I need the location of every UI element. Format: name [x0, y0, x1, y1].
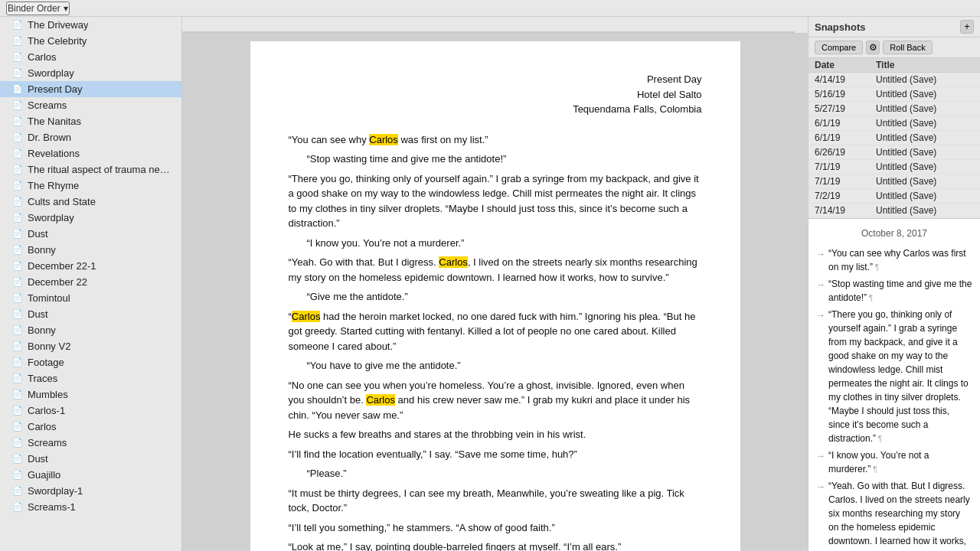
snap-arrow-icon: → [816, 449, 825, 463]
snapshot-title: Untitled (Save) [876, 191, 974, 201]
sidebar-item-label: The Celebrity [28, 35, 87, 47]
sidebar-item-carlos-2[interactable]: 📄Carlos [0, 419, 181, 435]
snapshot-row[interactable]: 7/14/19Untitled (Save) [808, 204, 980, 218]
sidebar-item-bonny-2[interactable]: 📄Bonny [0, 322, 181, 338]
sidebar-item-swordplay-1b[interactable]: 📄Swordplay-1 [0, 483, 181, 499]
sidebar-item-label: Mumbles [28, 389, 68, 400]
highlighted-word: Carlos [439, 256, 468, 268]
sidebar-item-screams-3[interactable]: 📄Screams-1 [0, 499, 181, 515]
doc-icon: 📄 [12, 341, 23, 352]
col-title-label: Title [876, 60, 974, 70]
snapshot-row[interactable]: 7/1/19Untitled (Save) [808, 174, 980, 189]
compare-button[interactable]: Compare [815, 41, 863, 54]
page-text: “You can see why Carlos was first on my … [289, 132, 702, 552]
snapshot-row[interactable]: 6/1/19Untitled (Save) [808, 131, 980, 145]
snapshot-title: Untitled (Save) [876, 205, 974, 216]
sidebar-item-label: December 22-1 [28, 260, 96, 272]
sidebar-item-tomintoul[interactable]: 📄Tomintoul [0, 290, 181, 306]
add-snapshot-button[interactable]: + [960, 20, 974, 34]
snapshot-preview[interactable]: October 8, 2017 →“You can see why Carlos… [808, 219, 980, 551]
sidebar-item-label: Swordplay [28, 67, 74, 79]
snap-preview-lines: →“You can see why Carlos was first on my… [816, 246, 972, 551]
page-paragraph: “I’ll find the location eventually,” I s… [289, 447, 702, 462]
sidebar-item-label: Guajillo [28, 469, 60, 481]
sidebar-item-mumbles[interactable]: 📄Mumbles [0, 386, 181, 403]
sidebar-item-screams-2[interactable]: 📄Screams [0, 435, 181, 451]
snap-table-header: Date Title [808, 58, 980, 73]
sidebar-item-revelations[interactable]: 📄Revelations [0, 145, 181, 161]
sidebar-item-the-ritual[interactable]: 📄The ritual aspect of trauma needs... [0, 161, 181, 178]
sidebar-item-label: Bonny [28, 324, 56, 336]
page-header-line3: Tequendama Falls, Colombia [289, 102, 702, 117]
snap-arrow-icon: → [816, 480, 825, 494]
sidebar-item-label: Swordplay-1 [28, 485, 83, 497]
binder-order-button[interactable]: Binder Order ▾ [6, 2, 70, 15]
doc-icon: 📄 [12, 357, 23, 368]
page-paragraph: “Give me the antidote.” [289, 289, 702, 305]
editor-scroll[interactable]: Present Day Hotel del Salto Tequendama F… [182, 34, 808, 551]
snapshot-row[interactable]: 7/2/19Untitled (Save) [808, 189, 980, 204]
snapshot-row[interactable]: 7/1/19Untitled (Save) [808, 160, 980, 174]
doc-icon: 📄 [12, 486, 23, 497]
snapshots-actions: + [960, 20, 974, 34]
highlighted-word: Carlos [369, 134, 398, 145]
doc-icon: 📄 [12, 325, 23, 336]
snap-arrow-icon: → [816, 308, 825, 322]
doc-icon: 📄 [12, 502, 23, 513]
doc-icon: 📄 [12, 197, 23, 207]
sidebar-item-bonny-v2[interactable]: 📄Bonny V2 [0, 338, 181, 354]
sidebar-item-the-celebrity[interactable]: 📄The Celebrity [0, 33, 181, 49]
sidebar-item-carlos[interactable]: 📄Carlos [0, 49, 181, 65]
sidebar-item-label: Carlos [28, 51, 57, 63]
sidebar: 📄The Driveway📄The Celebrity📄Carlos📄Sword… [0, 17, 182, 551]
doc-icon: 📄 [12, 422, 23, 432]
sidebar-item-swordplay-1[interactable]: 📄Swordplay [0, 65, 181, 81]
sidebar-item-traces[interactable]: 📄Traces [0, 370, 181, 386]
snapshot-row[interactable]: 6/1/19Untitled (Save) [808, 116, 980, 131]
snapshot-row[interactable]: 4/14/19Untitled (Save) [808, 73, 980, 87]
sidebar-item-cults-and-state[interactable]: 📄Cults and State [0, 194, 181, 210]
snapshot-row[interactable]: 6/26/19Untitled (Save) [808, 145, 980, 160]
highlighted-word: Carlos [366, 394, 395, 406]
snap-toolbar: Compare ⚙ Roll Back [808, 37, 980, 58]
page-paragraph: “You have to give me the antidote.” [289, 358, 702, 373]
sidebar-item-label: The ritual aspect of trauma needs... [28, 164, 172, 175]
sidebar-item-swordplay-2[interactable]: 📄Swordplay [0, 210, 181, 226]
sidebar-item-screams-1[interactable]: 📄Screams [0, 97, 181, 113]
page-paragraph: “Yeah. Go with that. But I digress. Carl… [289, 255, 702, 285]
sidebar-item-label: Tomintoul [28, 292, 70, 304]
sidebar-item-december-22-1[interactable]: 📄December 22-1 [0, 258, 181, 274]
sidebar-item-present-day[interactable]: 📄Present Day [0, 81, 181, 97]
doc-icon: 📄 [12, 36, 23, 47]
snapshot-title: Untitled (Save) [876, 74, 974, 85]
sidebar-item-label: Cults and State [28, 196, 96, 207]
sidebar-item-dust-3[interactable]: 📄Dust [0, 451, 181, 467]
sidebar-item-label: Carlos [28, 421, 57, 432]
doc-icon: 📄 [12, 148, 23, 159]
sidebar-item-the-driveway[interactable]: 📄The Driveway [0, 17, 181, 33]
settings-icon-button[interactable]: ⚙ [866, 41, 880, 54]
doc-icon: 📄 [12, 454, 23, 465]
sidebar-item-bonny-1[interactable]: 📄Bonny [0, 242, 181, 258]
snapshot-row[interactable]: 5/16/19Untitled (Save) [808, 87, 980, 102]
snapshot-row[interactable]: 5/27/19Untitled (Save) [808, 102, 980, 116]
sidebar-item-dust-2[interactable]: 📄Dust [0, 306, 181, 322]
doc-icon: 📄 [12, 229, 23, 240]
sidebar-item-carlos-1[interactable]: 📄Carlos-1 [0, 403, 181, 419]
snapshot-title: Untitled (Save) [876, 147, 974, 158]
snapshot-date: 7/14/19 [815, 205, 876, 216]
sidebar-item-the-rhyme[interactable]: 📄The Rhyme [0, 178, 181, 194]
sidebar-item-dust-1[interactable]: 📄Dust [0, 226, 181, 242]
roll-back-button[interactable]: Roll Back [883, 41, 932, 54]
doc-icon: 📄 [12, 116, 23, 127]
sidebar-item-the-nanitas[interactable]: 📄The Nanitas [0, 113, 181, 129]
sidebar-item-guajillo[interactable]: 📄Guajillo [0, 467, 181, 483]
sidebar-item-label: Dust [28, 308, 48, 320]
sidebar-item-dr-brown[interactable]: 📄Dr. Brown [0, 129, 181, 145]
sidebar-item-december-22[interactable]: 📄December 22 [0, 274, 181, 290]
sidebar-item-label: December 22 [28, 276, 87, 288]
page-paragraph: “Look at me,” I say, pointing double-bar… [289, 540, 702, 551]
sidebar-item-footage[interactable]: 📄Footage [0, 354, 181, 370]
page-paragraph: “I know you. You’re not a murderer.” [289, 236, 702, 251]
page-paragraph: “Please.” [289, 466, 702, 481]
